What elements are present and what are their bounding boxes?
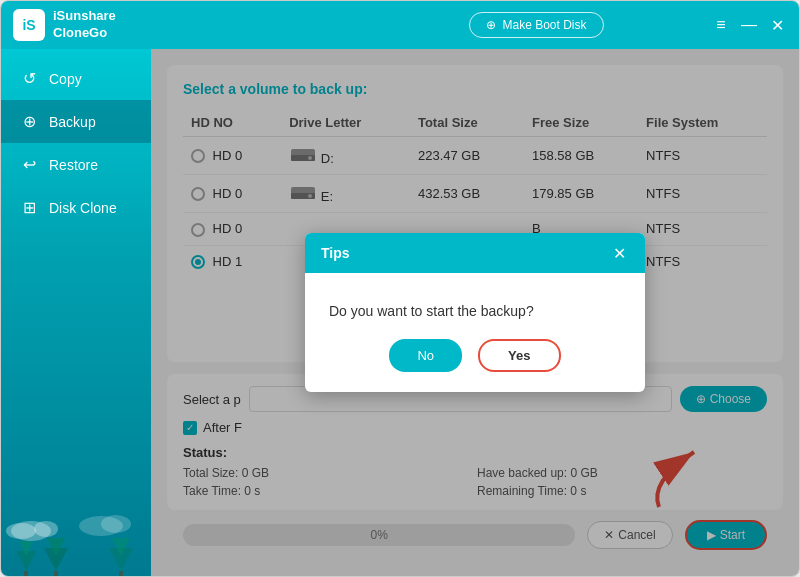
title-bar: iS iSunshare CloneGo ⊕ Make Boot Disk ≡ … [1,1,799,49]
modal-overlay: Tips ✕ Do you want to start the backup? … [151,49,799,576]
menu-button[interactable]: ≡ [711,16,731,34]
restore-icon: ↩ [19,155,39,174]
logo-text: iSunshare CloneGo [53,8,116,42]
make-boot-button[interactable]: ⊕ Make Boot Disk [469,12,603,38]
sidebar-item-copy[interactable]: ↺ Copy [1,57,151,100]
main-content: ↺ Copy ⊕ Backup ↩ Restore ⊞ Disk Clone [1,49,799,576]
window-controls: ≡ — ✕ [711,16,787,35]
svg-point-2 [34,521,58,537]
minimize-button[interactable]: — [739,16,759,34]
modal-no-button[interactable]: No [389,339,462,372]
sidebar: ↺ Copy ⊕ Backup ↩ Restore ⊞ Disk Clone [1,49,151,576]
modal-body: Do you want to start the backup? No Yes [305,273,645,392]
modal-buttons: No Yes [329,339,621,372]
sidebar-item-disk-clone[interactable]: ⊞ Disk Clone [1,186,151,229]
modal-header: Tips ✕ [305,233,645,273]
disk-icon: ⊕ [486,18,496,32]
modal-title: Tips [321,245,350,261]
backup-icon: ⊕ [19,112,39,131]
svg-rect-7 [24,571,28,576]
sidebar-item-restore[interactable]: ↩ Restore [1,143,151,186]
tips-modal: Tips ✕ Do you want to start the backup? … [305,233,645,392]
right-panel: Select a volume to back up: HD NO Drive … [151,49,799,576]
app-logo: iS iSunshare CloneGo [13,8,362,42]
sidebar-item-backup[interactable]: ⊕ Backup [1,100,151,143]
title-bar-center: ⊕ Make Boot Disk [362,12,711,38]
svg-rect-10 [54,571,58,576]
close-button[interactable]: ✕ [767,16,787,35]
modal-close-button[interactable]: ✕ [609,243,629,263]
disk-clone-icon: ⊞ [19,198,39,217]
modal-yes-button[interactable]: Yes [478,339,560,372]
svg-rect-13 [119,571,123,576]
copy-icon: ↺ [19,69,39,88]
svg-point-4 [101,515,131,533]
main-window: iS iSunshare CloneGo ⊕ Make Boot Disk ≡ … [0,0,800,577]
svg-point-1 [6,523,36,539]
modal-message: Do you want to start the backup? [329,303,621,319]
sidebar-decoration [1,496,151,576]
logo-icon: iS [13,9,45,41]
